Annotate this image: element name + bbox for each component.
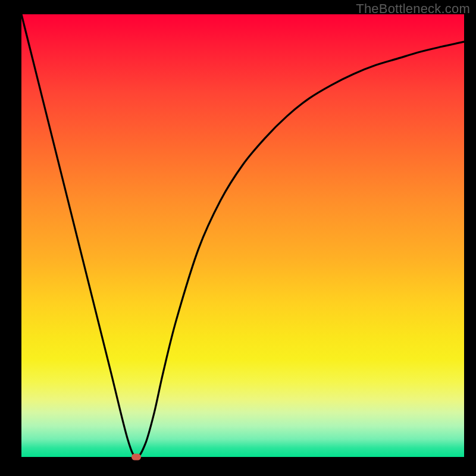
plot-area: [21, 14, 464, 457]
bottleneck-curve: [21, 14, 464, 457]
minimum-marker: [131, 454, 141, 461]
chart-container: TheBottleneck.com: [0, 0, 476, 476]
watermark-text: TheBottleneck.com: [356, 1, 470, 17]
